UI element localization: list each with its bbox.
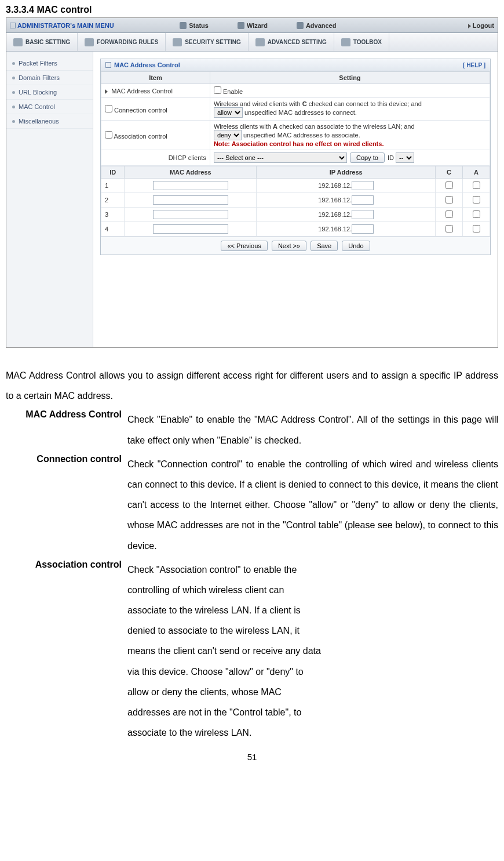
bullet-icon	[12, 77, 15, 79]
row-assoc-label: Association control	[114, 133, 167, 140]
basic-icon	[13, 38, 23, 46]
th-ip: IP Address	[257, 166, 436, 179]
tab-advanced-setting[interactable]: ADVANCED SETTING	[249, 33, 334, 51]
brand-title: ADMINISTRATOR's MAIN MENU	[17, 22, 114, 29]
col-item: Item	[101, 72, 210, 84]
help-link[interactable]: [ HELP ]	[463, 62, 485, 68]
dhcp-id-select[interactable]: --	[396, 152, 414, 163]
tab-basic-setting[interactable]: BASIC SETTING	[6, 33, 78, 51]
ip-input-2[interactable]	[352, 195, 374, 205]
def-conn-body: Check "Connection control" to enable the…	[127, 454, 498, 556]
assoc-note: Note: Association control has no effect …	[214, 140, 384, 147]
row-conn-label: Connection control	[114, 107, 167, 114]
th-a: A	[463, 166, 490, 179]
sub-nav: BASIC SETTING FORWARDING RULES SECURITY …	[6, 33, 498, 52]
def-mac-label: MAC Address Control	[6, 409, 127, 450]
content-area: MAC Address Control [ HELP ] Item Settin…	[93, 52, 498, 347]
advanced-icon	[297, 22, 304, 29]
dhcp-clients-select[interactable]: --- Select one ---	[214, 152, 347, 163]
sidebar: Packet Filters Domain Filters URL Blocki…	[6, 52, 93, 347]
security-icon	[173, 38, 182, 46]
sidebar-url-blocking[interactable]: URL Blocking	[6, 85, 93, 100]
a-checkbox-3[interactable]	[473, 210, 480, 218]
save-button[interactable]: Save	[311, 241, 338, 251]
row-mac-label: MAC Address Control	[111, 88, 173, 95]
ip-input-3[interactable]	[352, 210, 374, 219]
panel-title: MAC Address Control	[114, 61, 180, 68]
intro-paragraph: MAC Address Control allows you to assign…	[6, 365, 498, 406]
mac-enable-checkbox[interactable]	[214, 86, 221, 94]
bullet-icon	[12, 120, 15, 123]
sidebar-mac-control[interactable]: MAC Control	[6, 100, 93, 114]
bullet-icon	[12, 106, 15, 108]
mac-control-panel: MAC Address Control [ HELP ] Item Settin…	[100, 59, 491, 255]
th-c: C	[436, 166, 463, 179]
c-checkbox-3[interactable]	[445, 210, 453, 218]
a-checkbox-4[interactable]	[473, 225, 480, 232]
mac-input-1[interactable]	[153, 181, 228, 190]
connection-control-checkbox[interactable]	[105, 105, 112, 112]
panel-icon	[105, 62, 111, 68]
advset-icon	[255, 38, 265, 46]
mac-input-3[interactable]	[153, 210, 228, 219]
table-row: 3 192.168.12.	[101, 208, 490, 222]
th-id: ID	[101, 166, 125, 179]
c-checkbox-1[interactable]	[445, 181, 453, 189]
col-setting: Setting	[210, 72, 490, 84]
tab-forwarding-rules[interactable]: FORWARDING RULES	[78, 33, 166, 51]
sidebar-miscellaneous[interactable]: Miscellaneous	[6, 114, 93, 129]
bullet-icon	[12, 62, 15, 65]
sidebar-packet-filters[interactable]: Packet Filters	[6, 56, 93, 71]
sidebar-domain-filters[interactable]: Domain Filters	[6, 71, 93, 85]
page-number: 51	[6, 752, 498, 762]
association-deny-select[interactable]: deny	[214, 130, 242, 140]
top-nav: ADMINISTRATOR's MAIN MENU Status Wizard …	[6, 18, 498, 33]
bullet-icon	[12, 91, 15, 94]
nav-status[interactable]: Status	[180, 22, 209, 29]
next-button[interactable]: Next >»	[272, 241, 306, 251]
def-assoc-label: Association control	[6, 560, 127, 743]
a-checkbox-2[interactable]	[473, 196, 480, 204]
section-heading: 3.3.3.4 MAC control	[6, 5, 498, 15]
arrow-icon	[105, 89, 108, 94]
logout-icon	[468, 24, 471, 28]
settings-table: Item Setting MAC Address Control Enable …	[101, 71, 490, 166]
button-row: «< Previous Next >» Save Undo	[101, 237, 490, 255]
nav-logout[interactable]: Logout	[468, 22, 494, 29]
def-mac-body: Check "Enable" to enable the "MAC Addres…	[127, 409, 498, 450]
mac-input-2[interactable]	[153, 195, 228, 205]
ip-input-4[interactable]	[352, 224, 374, 234]
tab-toolbox[interactable]: TOOLBOX	[334, 33, 389, 51]
def-conn-label: Connection control	[6, 454, 127, 556]
nav-advanced[interactable]: Advanced	[297, 22, 337, 29]
wizard-icon	[238, 22, 244, 29]
nav-wizard[interactable]: Wizard	[238, 22, 268, 29]
table-row: 1 192.168.12.	[101, 179, 490, 193]
toolbox-icon	[341, 38, 350, 46]
tab-security-setting[interactable]: SECURITY SETTING	[166, 33, 249, 51]
copy-to-button[interactable]: Copy to	[350, 152, 385, 163]
row-dhcp-label: DHCP clients	[101, 150, 210, 166]
router-admin-screenshot: ADMINISTRATOR's MAIN MENU Status Wizard …	[6, 17, 498, 348]
ip-input-1[interactable]	[352, 181, 374, 190]
connection-allow-select[interactable]: allow	[214, 107, 243, 118]
table-row: 2 192.168.12.	[101, 193, 490, 208]
c-checkbox-4[interactable]	[445, 225, 453, 232]
def-assoc-body: Check "Association control" to enable th…	[127, 560, 371, 743]
mac-input-4[interactable]	[153, 224, 228, 234]
menu-icon	[10, 23, 16, 28]
previous-button[interactable]: «< Previous	[221, 241, 267, 251]
c-checkbox-2[interactable]	[445, 196, 453, 204]
th-mac: MAC Address	[125, 166, 257, 179]
mac-enable-text: Enable	[223, 88, 243, 95]
mac-table: ID MAC Address IP Address C A 1 192.168.…	[101, 166, 490, 237]
table-row: 4 192.168.12.	[101, 222, 490, 237]
undo-button[interactable]: Undo	[342, 241, 370, 251]
status-icon	[180, 22, 187, 29]
forward-icon	[85, 38, 94, 46]
association-control-checkbox[interactable]	[105, 131, 112, 139]
a-checkbox-1[interactable]	[473, 181, 480, 189]
